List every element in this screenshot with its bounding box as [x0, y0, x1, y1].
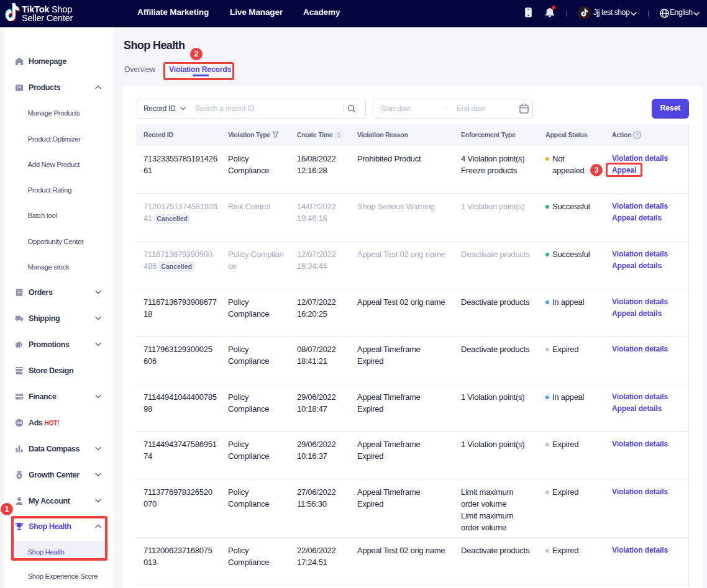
svg-text:?: ?	[636, 132, 639, 138]
svg-text:AD: AD	[17, 421, 22, 425]
